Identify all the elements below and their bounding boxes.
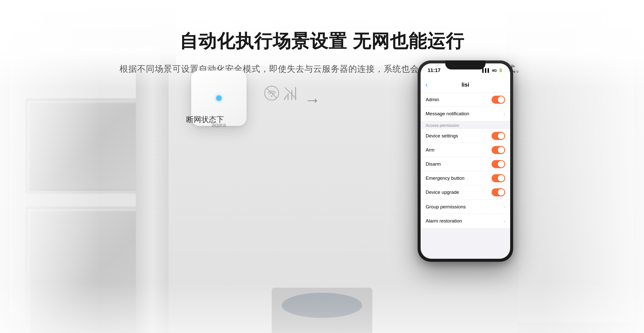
settings-row-device-upgrade: Device upgrade xyxy=(421,185,510,199)
admin-label: Admin xyxy=(426,97,439,102)
group-permissions-chevron-icon: › xyxy=(503,204,505,210)
emergency-button-label: Emergency button xyxy=(426,175,464,181)
signal-off-icon xyxy=(283,86,298,101)
settings-row-alarm-restoration[interactable]: Alarm restoration › xyxy=(421,214,510,228)
device-upgrade-toggle-container xyxy=(492,188,505,196)
settings-row-group-permissions[interactable]: Group permissions › xyxy=(421,200,510,214)
network-type: 4G xyxy=(492,68,497,72)
app-header-title: lisi xyxy=(462,82,469,88)
device-settings-toggle[interactable] xyxy=(492,132,505,140)
wifi-off-icon xyxy=(264,86,279,101)
disarm-label: Disarm xyxy=(426,161,441,167)
settings-section-access: Device settings Arm xyxy=(421,129,510,199)
admin-toggle[interactable] xyxy=(492,96,505,104)
settings-section-permissions: Group permissions › Alarm restoration › xyxy=(421,200,510,228)
disarm-toggle-container xyxy=(492,160,505,168)
phone-mockup: 11:17 ▌▌▌ 4G 🔋 ‹ lisi xyxy=(418,60,513,262)
svg-line-7 xyxy=(285,88,296,99)
arm-toggle[interactable] xyxy=(492,146,505,154)
alarm-restoration-chevron-container: › xyxy=(503,218,505,224)
disconnect-icons xyxy=(264,86,298,101)
device-upgrade-label: Device upgrade xyxy=(426,190,459,195)
emergency-button-toggle[interactable] xyxy=(492,174,505,182)
settings-row-admin: Admin xyxy=(421,93,510,107)
main-title: 自动化执行场景设置 无网也能运行 xyxy=(0,30,644,52)
alarm-restoration-label: Alarm restoration xyxy=(426,218,462,224)
settings-row-arm: Arm xyxy=(421,143,510,157)
group-permissions-chevron-container: › xyxy=(503,204,505,210)
hub-indicator-dot xyxy=(216,95,222,101)
alarm-restoration-chevron-icon: › xyxy=(503,218,505,224)
text-section: 自动化执行场景设置 无网也能运行 根据不同场景可设置自动化安全模式，即使失去与云… xyxy=(0,0,644,91)
disarm-toggle[interactable] xyxy=(492,160,505,168)
settings-list: Admin Message notification › xyxy=(421,93,510,229)
access-permission-section-label: Access permission xyxy=(421,121,510,129)
back-button[interactable]: ‹ xyxy=(426,81,428,88)
settings-section-main: Admin Message notification › xyxy=(421,93,510,121)
phone-notch xyxy=(445,60,486,69)
arrow-right: → xyxy=(304,92,320,108)
offline-label: 断网状态下 xyxy=(186,115,224,125)
device-settings-label: Device settings xyxy=(426,133,458,139)
emergency-button-toggle-container xyxy=(492,174,505,182)
app-header: ‹ lisi xyxy=(421,77,510,93)
device-settings-toggle-container xyxy=(492,132,505,140)
settings-row-emergency-button: Emergency button xyxy=(421,171,510,185)
subtitle: 根据不同场景可设置自动化安全模式，即使失去与云服务器的连接，系统也会继续执行场景… xyxy=(0,62,644,76)
settings-row-message-notification[interactable]: Message notification › xyxy=(421,107,510,121)
content-overlay: 自动化执行场景设置 无网也能运行 根据不同场景可设置自动化安全模式，即使失去与云… xyxy=(0,0,644,333)
arm-toggle-container xyxy=(492,146,505,154)
message-notification-chevron-container: › xyxy=(503,111,505,117)
phone-outer-shell: 11:17 ▌▌▌ 4G 🔋 ‹ lisi xyxy=(418,60,513,262)
arm-label: Arm xyxy=(426,147,434,153)
phone-screen: 11:17 ▌▌▌ 4G 🔋 ‹ lisi xyxy=(421,63,510,259)
message-notification-chevron-icon: › xyxy=(503,111,505,117)
admin-toggle-container xyxy=(492,96,505,104)
group-permissions-label: Group permissions xyxy=(426,204,466,210)
settings-row-disarm: Disarm xyxy=(421,157,510,171)
status-time: 11:17 xyxy=(428,67,440,73)
signal-icon: ▌▌▌ xyxy=(482,68,490,72)
battery-icon: 🔋 xyxy=(498,68,503,72)
svg-point-2 xyxy=(271,95,272,97)
message-notification-label: Message notification xyxy=(426,111,469,117)
status-icons: ▌▌▌ 4G 🔋 xyxy=(482,68,503,72)
settings-row-device-settings: Device settings xyxy=(421,129,510,143)
page-container: 自动化执行场景设置 无网也能运行 根据不同场景可设置自动化安全模式，即使失去与云… xyxy=(0,0,644,333)
device-upgrade-toggle[interactable] xyxy=(492,188,505,196)
svg-line-3 xyxy=(284,96,287,99)
